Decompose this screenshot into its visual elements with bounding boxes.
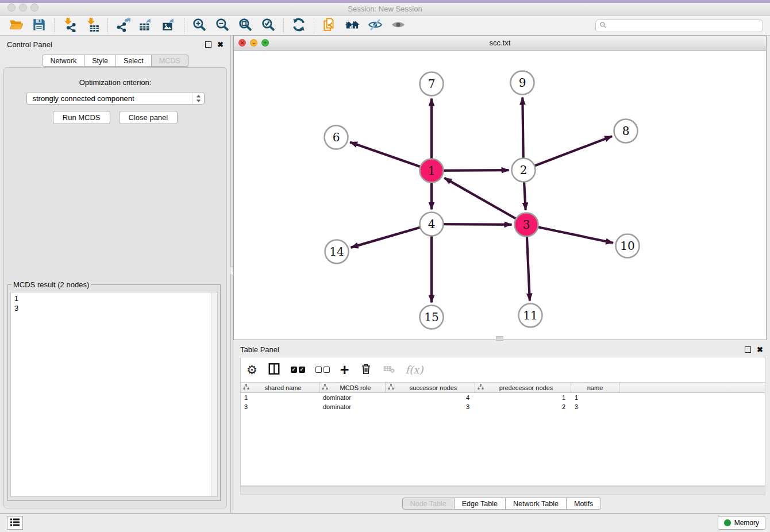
tab-edge-table[interactable]: Edge Table xyxy=(455,498,506,510)
cell-predecessor-nodes[interactable]: 2 xyxy=(475,402,571,411)
graph-node-label-7: 7 xyxy=(428,77,436,91)
search-icon xyxy=(599,21,609,31)
tab-motifs[interactable]: Motifs xyxy=(567,498,601,510)
cell-successor-nodes[interactable]: 4 xyxy=(386,393,475,402)
graph-node-label-8: 8 xyxy=(622,124,630,138)
cell-shared-name[interactable]: 3 xyxy=(241,402,319,411)
open-folder-icon xyxy=(9,17,24,34)
table-options-button[interactable]: ⚙ xyxy=(247,361,257,379)
houses-icon xyxy=(345,17,360,34)
network-window-titlebar[interactable]: ✕ – + scc.txt xyxy=(234,36,766,51)
horizontal-splitter-thumb[interactable] xyxy=(496,336,503,341)
tab-select[interactable]: Select xyxy=(116,55,152,67)
tab-network-table[interactable]: Network Table xyxy=(506,498,567,510)
mcds-result-list[interactable]: 1 3 xyxy=(10,292,218,497)
delete-column-button[interactable] xyxy=(360,361,372,379)
open-file-button[interactable] xyxy=(5,17,28,34)
column-header[interactable]: predecessor nodes xyxy=(475,383,571,392)
memory-label: Memory xyxy=(734,519,759,527)
export-image-icon xyxy=(161,17,176,34)
create-column-button[interactable]: + xyxy=(340,361,349,379)
search-field[interactable] xyxy=(595,20,763,32)
column-header[interactable]: name xyxy=(571,383,619,392)
graph-node-label-11: 11 xyxy=(523,309,537,322)
deselect-all-button[interactable] xyxy=(315,361,330,379)
zoom-in-button[interactable] xyxy=(188,17,211,34)
zoom-fit-button[interactable] xyxy=(234,17,257,34)
search-input[interactable] xyxy=(609,22,759,30)
criterion-dropdown[interactable]: strongly connected component xyxy=(26,92,205,105)
float-panel-icon[interactable] xyxy=(205,41,211,48)
export-network-button[interactable] xyxy=(111,17,134,34)
graph-edge-4-14[interactable] xyxy=(351,224,432,248)
graph-edge-3-1[interactable] xyxy=(444,178,526,225)
float-table-panel-icon[interactable] xyxy=(745,346,751,353)
tab-network[interactable]: Network xyxy=(42,55,84,67)
graph-edge-3-10[interactable] xyxy=(526,225,613,243)
run-mcds-button[interactable]: Run MCDS xyxy=(53,111,110,124)
import-network-button[interactable] xyxy=(58,17,81,34)
zoom-selected-button[interactable] xyxy=(257,17,280,34)
result-scrollbar[interactable] xyxy=(211,292,217,496)
trash-icon xyxy=(360,363,372,377)
import-table-button[interactable] xyxy=(81,17,104,34)
tab-mcds[interactable]: MCDS xyxy=(152,55,188,67)
deselect-all-icon xyxy=(315,367,330,373)
table-horizontal-scrollbar[interactable] xyxy=(240,486,765,495)
close-table-panel-icon[interactable]: ✖ xyxy=(757,346,763,353)
column-header[interactable]: successor nodes xyxy=(386,383,475,392)
function-builder-button[interactable]: f(x) xyxy=(406,361,424,379)
hide-selected-button[interactable] xyxy=(364,17,387,34)
table-panel-header: Table Panel ✖ xyxy=(233,342,770,357)
clone-network-icon xyxy=(322,17,337,34)
column-header[interactable]: shared name xyxy=(241,383,319,392)
graph-edge-2-8[interactable] xyxy=(523,136,612,170)
show-all-button[interactable] xyxy=(387,17,410,34)
column-header[interactable]: MCDS role xyxy=(319,383,386,392)
zoom-in-icon xyxy=(192,17,207,34)
cell-successor-nodes[interactable]: 3 xyxy=(386,402,475,411)
table-row[interactable]: 1 dominator 4 1 1 xyxy=(241,393,765,402)
cell-name[interactable]: 3 xyxy=(571,402,619,411)
task-history-button[interactable] xyxy=(7,516,23,530)
import-network-icon xyxy=(62,17,77,34)
close-panel-button[interactable]: Close panel xyxy=(119,111,178,124)
export-table-icon xyxy=(138,17,153,34)
tab-node-table[interactable]: Node Table xyxy=(402,498,455,510)
network-from-selection-button[interactable] xyxy=(318,17,341,34)
status-bar: Memory xyxy=(0,513,770,532)
close-panel-icon[interactable]: ✖ xyxy=(217,41,224,48)
cell-predecessor-nodes[interactable]: 1 xyxy=(475,393,571,402)
control-panel: Control Panel ✖ Network Style Select MCD… xyxy=(0,36,230,513)
refresh-layout-button[interactable] xyxy=(287,17,310,34)
cell-name[interactable]: 1 xyxy=(571,393,619,402)
export-table-button[interactable] xyxy=(134,17,157,34)
network-graph[interactable]: 1234678910111415 xyxy=(234,51,766,340)
graph-node-label-4: 4 xyxy=(428,217,436,231)
cell-mcds-role[interactable]: dominator xyxy=(319,393,386,402)
export-image-button[interactable] xyxy=(157,17,180,34)
delete-table-button[interactable] xyxy=(383,361,395,379)
memory-button[interactable]: Memory xyxy=(718,516,765,530)
result-line: 3 xyxy=(14,303,214,313)
graph-node-label-1: 1 xyxy=(428,164,436,178)
cell-shared-name[interactable]: 1 xyxy=(241,393,319,402)
toolbar-separator xyxy=(54,18,55,33)
show-columns-button[interactable] xyxy=(268,361,280,379)
control-panel-header: Control Panel ✖ xyxy=(0,36,230,53)
mcds-panel: Optimization criterion: strongly connect… xyxy=(3,67,227,508)
table-row[interactable]: 3 dominator 3 2 3 xyxy=(241,402,765,411)
network-canvas[interactable]: 1234678910111415 xyxy=(234,51,766,340)
zoom-fit-icon xyxy=(238,17,253,34)
eye-icon xyxy=(391,17,406,34)
first-neighbors-button[interactable] xyxy=(341,17,364,34)
zoom-out-button[interactable] xyxy=(211,17,234,34)
tab-style[interactable]: Style xyxy=(84,55,116,67)
graph-node-label-15: 15 xyxy=(424,310,438,324)
table-panel-body: ⚙ ✓✓ + f(x) shared name MCDS role succes… xyxy=(240,357,765,486)
save-session-button[interactable] xyxy=(28,17,51,34)
graph-edge-1-6[interactable] xyxy=(350,142,432,171)
select-all-button[interactable]: ✓✓ xyxy=(291,361,305,379)
cell-mcds-role[interactable]: dominator xyxy=(319,402,386,411)
table-tabs: Node Table Edge Table Network Table Moti… xyxy=(233,498,770,510)
